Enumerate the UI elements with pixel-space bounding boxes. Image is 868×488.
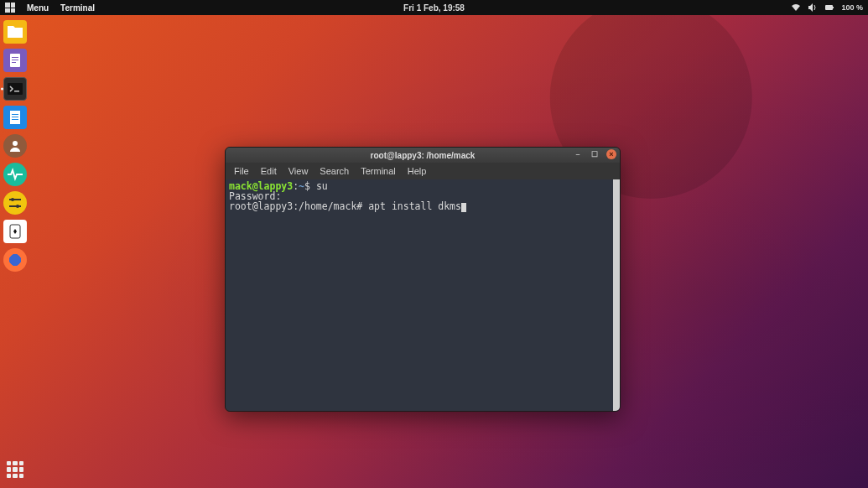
menu-terminal[interactable]: Terminal <box>361 166 396 176</box>
heartbeat-icon <box>5 164 25 184</box>
terminal-body[interactable]: mack@lappy3:~$ su Password: root@lappy3:… <box>226 179 620 411</box>
top-panel: Menu Terminal Fri 1 Feb, 19:58 100 % <box>0 0 868 15</box>
svg-point-15 <box>11 198 14 201</box>
active-app-label[interactable]: Terminal <box>60 3 95 13</box>
menu-file[interactable]: File <box>234 166 249 176</box>
dock-item-contacts[interactable] <box>3 134 27 158</box>
dock-item-solitaire[interactable] <box>3 220 27 243</box>
card-icon <box>5 221 25 241</box>
svg-rect-5 <box>12 62 16 63</box>
svg-rect-3 <box>12 57 18 58</box>
volume-icon[interactable] <box>808 3 818 12</box>
svg-point-18 <box>8 252 23 267</box>
terminal-window[interactable]: root@lappy3: /home/mack – ☐ × File Edit … <box>225 147 621 412</box>
menu-button[interactable]: Menu <box>27 3 49 13</box>
show-applications-button[interactable] <box>3 458 27 481</box>
battery-icon[interactable] <box>824 3 834 12</box>
dock-item-libreoffice[interactable] <box>3 106 27 129</box>
terminal-menubar: File Edit View Search Terminal Help <box>226 163 620 179</box>
grid-icon <box>3 458 27 481</box>
svg-rect-6 <box>8 83 23 95</box>
terminal-icon <box>5 79 25 99</box>
battery-level: 100 % <box>841 3 863 12</box>
terminal-scrollbar[interactable] <box>613 179 620 411</box>
svg-rect-11 <box>12 119 18 120</box>
menu-view[interactable]: View <box>288 166 309 176</box>
svg-rect-0 <box>825 5 833 10</box>
wifi-icon[interactable] <box>791 3 801 12</box>
dock-item-terminal[interactable] <box>3 77 27 101</box>
svg-rect-7 <box>14 91 19 92</box>
window-close-button[interactable]: × <box>606 149 616 159</box>
prompt-path: ~ <box>299 180 304 192</box>
contact-icon <box>5 136 25 156</box>
apps-grid-icon[interactable] <box>5 3 15 13</box>
menu-search[interactable]: Search <box>320 166 349 176</box>
window-minimize-button[interactable]: – <box>573 149 583 159</box>
dock <box>0 15 30 488</box>
window-maximize-button[interactable]: ☐ <box>590 149 600 159</box>
svg-rect-4 <box>12 60 18 60</box>
dock-item-firefox[interactable] <box>3 248 27 272</box>
command-apt: apt install dkms <box>368 200 461 212</box>
dock-item-files[interactable] <box>3 20 27 44</box>
root-prompt: root@lappy3:/home/mack# <box>229 200 362 212</box>
terminal-cursor <box>461 203 466 212</box>
dock-item-text-editor[interactable] <box>3 49 27 72</box>
tweaks-icon <box>5 193 25 213</box>
command-su: su <box>316 180 328 192</box>
writer-icon <box>5 107 25 127</box>
document-icon <box>5 50 25 70</box>
dock-item-system-monitor[interactable] <box>3 163 27 186</box>
svg-rect-10 <box>12 117 18 117</box>
menu-edit[interactable]: Edit <box>261 166 277 176</box>
window-titlebar[interactable]: root@lappy3: /home/mack – ☐ × <box>226 148 620 163</box>
svg-rect-9 <box>12 114 18 115</box>
svg-point-12 <box>13 141 18 146</box>
svg-rect-1 <box>833 7 834 8</box>
window-title: root@lappy3: /home/mack <box>371 151 476 160</box>
svg-point-16 <box>16 205 19 208</box>
files-icon <box>5 22 25 42</box>
dock-item-tweaks[interactable] <box>3 191 27 215</box>
menu-help[interactable]: Help <box>408 166 427 176</box>
firefox-icon <box>5 250 25 270</box>
clock[interactable]: Fri 1 Feb, 19:58 <box>403 3 465 13</box>
